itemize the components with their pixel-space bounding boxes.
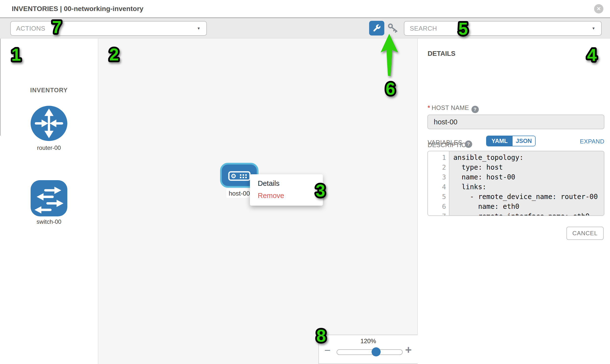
key-icon [388,23,400,34]
page-title: INVENTORIES | 00-networking-inventory [12,0,143,17]
menu-item-remove[interactable]: Remove [250,189,323,202]
help-icon[interactable]: ? [465,141,472,148]
help-icon[interactable]: ? [471,106,479,113]
actions-dropdown[interactable]: ACTIONS ▼ [10,21,207,36]
zoom-slider-thumb[interactable] [372,347,381,356]
line-number: 6 [428,202,446,211]
zoom-out-button[interactable]: − [324,345,331,356]
line-text: ansible_topology: [453,153,524,163]
line-number: 5 [428,192,446,202]
variables-format-toggle: YAML JSON [486,136,536,146]
code-line: 7 remote_interface_name: eth0 [428,211,604,216]
line-text: type: host [453,163,503,172]
line-text: - remote_device_name: router-00 [453,192,598,202]
left-scrollbar[interactable] [0,39,1,136]
host-name-label-row: *HOST NAME? [428,104,479,113]
line-text: name: eth0 [453,202,519,211]
sidebar-title: INVENTORY [0,87,98,94]
code-line: 6 name: eth0 [428,202,604,211]
required-asterisk: * [428,104,430,111]
code-line: 2 type: host [428,163,604,172]
topology-canvas[interactable]: host-00 Details Remove 120% − + [98,39,418,364]
line-number: 1 [428,153,446,163]
header-bar: INVENTORIES | 00-networking-inventory ✕ [0,0,610,18]
host-name-label: HOST NAME [431,104,469,111]
line-text: name: host-00 [453,172,515,182]
code-line: 3 name: host-00 [428,172,604,182]
inventory-sidebar: INVENTORY router-00 [0,39,98,364]
cancel-button[interactable]: CANCEL [566,227,604,240]
details-panel: DETAILS *HOST NAME? DESCRIPTION VARIABLE… [418,39,610,364]
node-context-menu: Details Remove [250,174,323,206]
close-icon[interactable]: ✕ [594,4,603,13]
zoom-slider-track[interactable] [337,349,403,355]
line-number: 4 [428,182,446,192]
variables-code-editor[interactable]: 1 ansible_topology: 2 type: host 3 name:… [427,151,604,216]
code-line: 1 ansible_topology: [428,153,604,163]
search-dropdown[interactable]: SEARCH ▼ [404,21,602,36]
code-lines: 1 ansible_topology: 2 type: host 3 name:… [428,151,604,216]
tab-yaml[interactable]: YAML [487,136,513,146]
line-text: links: [453,182,486,192]
key-button[interactable] [388,23,400,34]
line-number: 3 [428,172,446,182]
line-text: remote_interface_name: eth0 [453,211,589,216]
actions-dropdown-label: ACTIONS [16,22,45,35]
expand-link[interactable]: EXPAND [580,138,604,145]
line-number: 7 [428,211,446,216]
zoom-in-button[interactable]: + [405,344,412,356]
search-dropdown-label: SEARCH [410,22,437,35]
zoom-level: 120% [319,338,418,345]
wrench-icon [372,24,381,33]
chevron-down-icon: ▼ [197,22,200,35]
code-line: 4 links: [428,182,604,192]
line-number: 2 [428,163,446,172]
menu-item-details[interactable]: Details [250,177,323,189]
router-icon [31,106,67,141]
toolbar: ACTIONS ▼ SEARCH ▼ [0,18,610,39]
inventory-topology-app: INVENTORIES | 00-networking-inventory ✕ … [0,0,610,364]
tab-json[interactable]: JSON [513,136,535,146]
variables-row: VARIABLES? YAML JSON EXPAND [428,139,604,148]
host-icon [228,171,251,181]
details-panel-title: DETAILS [428,50,455,58]
code-line: 5 - remote_device_name: router-00 [428,192,604,202]
sidebar-item-switch[interactable] [31,180,67,216]
switch-icon [31,180,67,216]
zoom-control: 120% − + [318,335,418,364]
sidebar-item-router[interactable] [31,106,67,141]
sidebar-item-switch-label: switch-00 [0,218,98,225]
host-name-input[interactable] [427,115,604,129]
tools-button[interactable] [369,21,384,36]
chevron-down-icon: ▼ [592,22,595,35]
sidebar-item-router-label: router-00 [0,144,98,151]
variables-label: VARIABLES [428,139,462,146]
